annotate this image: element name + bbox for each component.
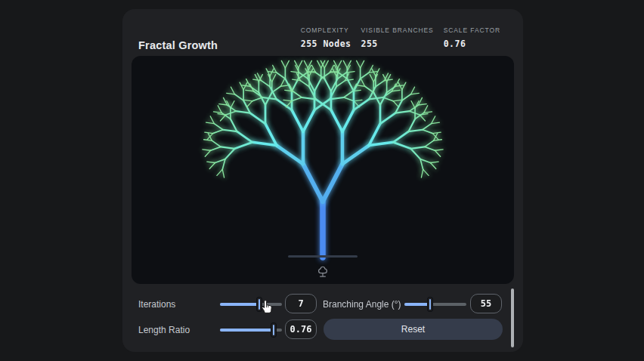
length-ratio-input[interactable]: [285, 319, 317, 339]
stat-complexity-value: 255 Nodes: [301, 39, 351, 49]
branching-angle-slider-thumb[interactable]: [428, 298, 432, 311]
iterations-label: Iterations: [138, 299, 175, 310]
fractal-growth-window: Fractal Growth COMPLEXITY 255 Nodes VISI…: [122, 9, 523, 352]
length-ratio-slider-thumb[interactable]: [271, 323, 276, 337]
page-title: Fractal Growth: [138, 39, 218, 51]
iterations-slider-fill: [220, 303, 259, 306]
branching-angle-slider[interactable]: [404, 298, 466, 311]
reset-button[interactable]: Reset: [324, 319, 503, 340]
iterations-input[interactable]: [285, 294, 317, 313]
fractal-canvas: [132, 56, 514, 284]
stat-complexity: COMPLEXITY 255 Nodes: [301, 26, 351, 49]
vertical-scrollbar-thumb[interactable]: [511, 288, 514, 347]
fractal-viewport: [132, 56, 514, 284]
length-ratio-label: Length Ratio: [138, 325, 190, 335]
stat-complexity-label: COMPLEXITY: [301, 26, 349, 34]
iterations-slider-thumb[interactable]: [257, 298, 262, 311]
length-ratio-slider-fill: [220, 329, 274, 332]
length-ratio-slider[interactable]: [220, 323, 282, 337]
branching-angle-input[interactable]: [470, 294, 502, 313]
ground-line: [288, 255, 358, 258]
branching-angle-label: Branching Angle (°): [323, 299, 401, 310]
branching-angle-slider-fill: [404, 303, 430, 306]
stat-scale-factor-label: SCALE FACTOR: [444, 26, 500, 34]
tree-icon: [317, 265, 329, 279]
stat-scale-factor: SCALE FACTOR 0.76: [444, 26, 500, 49]
stat-visible-branches: VISIBLE BRANCHES 255: [361, 26, 434, 49]
stat-visible-branches-value: 255: [361, 39, 378, 49]
stat-visible-branches-label: VISIBLE BRANCHES: [361, 26, 434, 34]
stats-bar: COMPLEXITY 255 Nodes VISIBLE BRANCHES 25…: [301, 26, 500, 49]
stat-scale-factor-value: 0.76: [444, 39, 466, 49]
iterations-slider[interactable]: [220, 298, 282, 311]
